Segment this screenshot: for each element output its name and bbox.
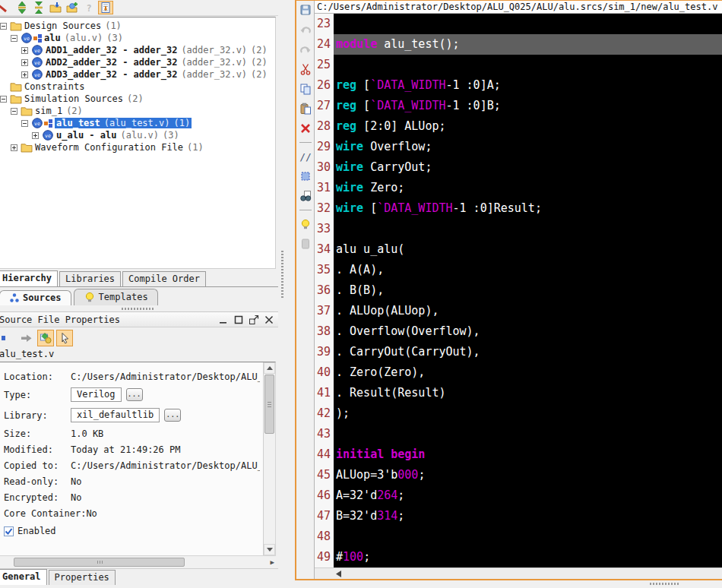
scroll-up-arrow-icon[interactable] — [264, 362, 275, 374]
block-select-icon[interactable] — [298, 169, 313, 184]
snippet-icon[interactable] — [298, 236, 313, 251]
back-icon[interactable] — [0, 330, 16, 346]
code-line[interactable]: 49#100; — [315, 547, 722, 567]
vertical-scroll-thumb[interactable] — [264, 375, 274, 434]
tree-item[interactable]: Constraints — [0, 81, 275, 93]
enabled-checkbox[interactable] — [4, 526, 14, 536]
bulb-icon[interactable] — [298, 217, 313, 232]
pointer-icon[interactable] — [56, 330, 73, 346]
collapse-icon[interactable] — [0, 96, 7, 103]
open-folder-icon[interactable] — [48, 1, 63, 14]
code-line[interactable]: 29wire Overflow; — [315, 137, 722, 157]
comment-icon[interactable]: // — [298, 149, 313, 164]
tab-templates[interactable]: Templates — [74, 289, 158, 305]
tree-item[interactable]: Design Sources(1) — [0, 20, 275, 32]
property-value-box[interactable]: Verilog — [71, 387, 122, 402]
clipped-icon-icon[interactable] — [0, 1, 13, 14]
tab-general[interactable]: General — [0, 569, 47, 585]
property-value-box[interactable]: xil_defaultlib — [71, 408, 160, 422]
code-line[interactable]: 32wire [`DATA_WIDTH-1 :0]Result; — [315, 198, 722, 219]
tree-item[interactable]: vealu_test(alu_test.v)(1) — [0, 117, 275, 129]
close-button[interactable] — [262, 314, 275, 325]
current-code-line[interactable]: 24module alu_test(); — [315, 34, 722, 55]
paste-icon[interactable] — [298, 101, 313, 116]
code-line[interactable]: 25 — [315, 55, 722, 75]
undo-icon[interactable] — [298, 22, 313, 37]
code-line[interactable]: 42); — [315, 403, 722, 424]
scroll-down-arrow-icon[interactable] — [264, 544, 275, 555]
code-line[interactable]: 23 — [315, 14, 722, 34]
properties-horizontal-scrollbar[interactable]: ▶ — [0, 557, 276, 568]
code-line[interactable]: 41. Result(Result) — [315, 383, 722, 403]
code-line[interactable]: 47B=32'd314; — [315, 506, 722, 526]
maximize-button[interactable] — [232, 314, 245, 325]
forward-icon[interactable] — [18, 330, 35, 346]
redo-icon[interactable] — [298, 42, 313, 57]
code-line[interactable]: 45ALUop=3'b000; — [315, 465, 722, 485]
edit-properties-icon[interactable] — [37, 330, 54, 346]
tree-item[interactable]: veADD1_adder_32 - adder_32(adder_32.v)(2… — [0, 44, 275, 56]
tree-item[interactable]: Waveform Configuration File(1) — [0, 141, 275, 153]
code-line[interactable]: 44initial begin — [315, 444, 722, 465]
scroll-left-arrow-icon[interactable] — [336, 571, 341, 577]
tree-item[interactable]: veADD3_adder_32 - adder_32(adder_32.v)(2… — [0, 68, 275, 81]
save-icon[interactable] — [298, 2, 313, 17]
code-line[interactable]: 46A=32'd264; — [315, 485, 722, 506]
code-line[interactable]: 34alu u_alu( — [315, 239, 722, 260]
tab-sources[interactable]: Sources — [0, 290, 71, 305]
minimize-button[interactable] — [217, 314, 230, 325]
expand-icon[interactable] — [32, 132, 39, 139]
code-line[interactable]: 30wire CarryOut; — [315, 157, 722, 178]
tab-hierarchy[interactable]: Hierarchy — [0, 270, 58, 286]
code-line[interactable]: 48 — [315, 526, 722, 547]
find-icon[interactable] — [298, 188, 313, 204]
collapse-icon[interactable] — [11, 108, 17, 115]
collapse-icon[interactable] — [0, 23, 7, 30]
tab-libraries[interactable]: Libraries — [59, 271, 121, 286]
properties-vertical-scrollbar[interactable] — [263, 362, 275, 555]
code-line[interactable]: 33 — [315, 219, 722, 239]
tab-compile-order[interactable]: Compile Order — [122, 271, 206, 286]
code-line[interactable]: 36. B(B), — [315, 280, 722, 301]
code-line[interactable]: 26reg [`DATA_WIDTH-1 :0]A; — [315, 75, 722, 96]
expand-icon[interactable] — [21, 47, 28, 54]
panel-splitter-horizontal[interactable] — [0, 305, 278, 311]
expand-icon[interactable] — [21, 71, 28, 78]
panel-splitter-vertical[interactable] — [278, 0, 295, 588]
code-line[interactable]: 37. ALUop(ALUop), — [315, 301, 722, 321]
expand-icon[interactable] — [11, 144, 17, 151]
scroll-right-arrow-icon[interactable]: ▶ — [271, 558, 274, 566]
collapse-icon[interactable] — [21, 120, 28, 127]
code-line[interactable]: 40. Zero(Zero), — [315, 362, 722, 383]
scroll-to-selected-icon[interactable] — [98, 1, 113, 14]
tree-item[interactable]: veu_alu - alu(alu.v)(3) — [0, 129, 275, 141]
expand-icon[interactable] — [21, 59, 28, 66]
ellipsis-button[interactable]: ... — [164, 409, 181, 422]
code-line[interactable]: 27reg [`DATA_WIDTH-1 :0]B; — [315, 96, 722, 116]
tab-properties[interactable]: Properties — [49, 570, 116, 585]
delete-icon[interactable] — [298, 121, 313, 136]
help-icon[interactable]: ? — [81, 1, 97, 14]
code-line[interactable]: 38. Overflow(Overflow), — [315, 321, 722, 342]
tree-item[interactable]: vealu(alu.v)(3) — [0, 32, 275, 44]
tree-item[interactable]: Simulation Sources(2) — [0, 93, 275, 105]
tree-item[interactable]: sim_1(2) — [0, 105, 275, 117]
expand-all-icon[interactable] — [14, 1, 30, 14]
ellipsis-button[interactable]: ... — [126, 388, 143, 401]
editor-horizontal-scrollbar[interactable] — [315, 567, 722, 579]
code-line[interactable]: 35. A(A), — [315, 260, 722, 280]
code-line[interactable]: 43 — [315, 424, 722, 444]
collapse-icon[interactable] — [11, 35, 17, 42]
tree-item[interactable]: veADD2_adder_32 - adder_32(adder_32.v)(2… — [0, 56, 275, 68]
code-area[interactable]: 2324module alu_test();2526reg [`DATA_WID… — [315, 14, 722, 567]
code-line[interactable]: 39. CarryOut(CarryOut), — [315, 342, 722, 362]
code-line[interactable]: 31wire Zero; — [315, 178, 722, 198]
horizontal-scroll-thumb[interactable] — [14, 558, 185, 567]
copy-icon[interactable] — [298, 81, 313, 96]
cut-icon[interactable] — [298, 62, 313, 77]
add-sources-icon[interactable] — [65, 1, 80, 14]
bottom-splitter[interactable] — [295, 580, 722, 588]
float-button[interactable] — [247, 314, 260, 325]
collapse-all-icon[interactable] — [31, 1, 46, 14]
code-line[interactable]: 28reg [2:0] ALUop; — [315, 116, 722, 137]
